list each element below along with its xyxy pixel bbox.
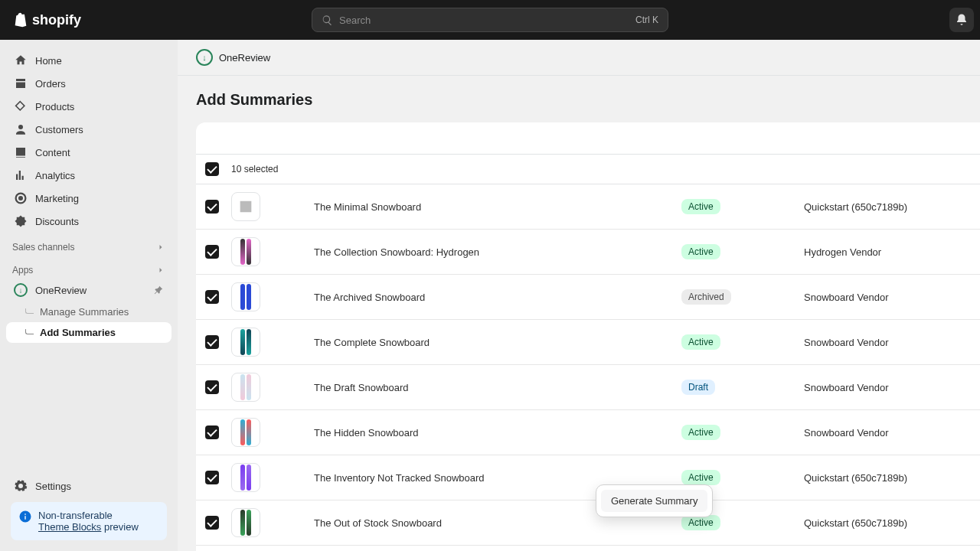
vendor-name: Snowboard Vendor: [804, 292, 889, 303]
products-icon: [14, 99, 28, 113]
app-onereview[interactable]: OneReview: [6, 279, 172, 302]
product-name: The Hidden Snowboard: [314, 427, 681, 439]
nav-analytics[interactable]: Analytics: [6, 164, 172, 187]
status-badge: Draft: [681, 380, 715, 395]
status-badge: Archived: [681, 289, 731, 305]
row-checkbox[interactable]: [205, 471, 219, 484]
theme-blocks-link[interactable]: Theme Blocks: [38, 521, 101, 533]
customers-icon: [14, 122, 28, 136]
page-title: Add Summaries: [178, 76, 980, 122]
row-checkbox[interactable]: [205, 335, 219, 349]
nav-settings[interactable]: Settings: [6, 474, 172, 497]
row-checkbox[interactable]: [205, 425, 219, 439]
orders-icon: [14, 77, 28, 90]
onereview-app-icon: [14, 283, 28, 297]
analytics-icon: [14, 168, 28, 182]
row-checkbox[interactable]: [205, 200, 219, 214]
bell-icon: [955, 13, 969, 27]
selected-count: 10 selected: [231, 164, 278, 174]
table-row[interactable]: The Archived SnowboardArchivedSnowboard …: [196, 275, 980, 320]
product-thumb: [231, 463, 260, 492]
sales-channels-header[interactable]: Sales channels: [0, 233, 178, 256]
gear-icon: [14, 479, 28, 493]
table-row[interactable]: The Out of Stock SnowboardActiveQuicksta…: [196, 500, 980, 546]
vendor-name: Hydrogen Vendor: [804, 246, 881, 258]
search-input[interactable]: [339, 15, 629, 26]
product-name: The Minimal Snowboard: [314, 201, 681, 213]
app-header: OneReview: [178, 40, 980, 76]
shopify-logo[interactable]: shopify: [12, 11, 81, 28]
product-thumb: [231, 192, 260, 221]
logo-text: shopify: [32, 12, 81, 28]
status-badge: Active: [681, 515, 720, 530]
row-checkbox[interactable]: [205, 380, 219, 394]
app-header-title: OneReview: [219, 52, 270, 64]
vendor-name: Quickstart (650c7189b): [804, 472, 907, 484]
product-name: The Inventory Not Tracked Snowboard: [314, 472, 681, 484]
vendor-name: Quickstart (650c7189b): [804, 201, 907, 213]
sub-add-summaries[interactable]: Add Summaries: [6, 322, 172, 343]
vendor-name: Quickstart (650c7189b): [804, 517, 907, 529]
select-all-checkbox[interactable]: [205, 162, 219, 176]
status-badge: Active: [681, 470, 720, 485]
search-kbd: Ctrl K: [635, 15, 658, 25]
product-name: The Draft Snowboard: [314, 382, 681, 393]
chevron-right-icon: [156, 243, 165, 252]
product-thumb: [231, 418, 260, 447]
table-row[interactable]: The Hidden SnowboardActiveSnowboard Vend…: [196, 410, 980, 455]
row-checkbox[interactable]: [205, 516, 219, 530]
search-box[interactable]: Ctrl K: [312, 8, 668, 32]
status-badge: Active: [681, 244, 720, 259]
notifications-button[interactable]: [949, 8, 974, 32]
product-name: The Complete Snowboard: [314, 337, 681, 348]
topbar: shopify Ctrl K: [0, 0, 980, 40]
chevron-right-icon: [156, 266, 165, 275]
table-row[interactable]: The Minimal SnowboardActiveQuickstart (6…: [196, 184, 980, 230]
marketing-icon: [14, 191, 28, 205]
home-icon: [14, 54, 28, 67]
sub-manage-summaries[interactable]: Manage Summaries: [6, 302, 172, 322]
nav-home[interactable]: Home: [6, 49, 172, 72]
card-tabs: [196, 122, 980, 155]
nav-products[interactable]: Products: [6, 95, 172, 118]
nav-customers[interactable]: Customers: [6, 118, 172, 141]
search-icon: [322, 15, 333, 26]
floating-action: Generate Summary: [596, 484, 713, 517]
pin-icon[interactable]: [153, 285, 164, 295]
product-name: The Collection Snowboard: Hydrogen: [314, 246, 681, 258]
preview-notice: Non-transferable Theme Blocks preview: [11, 502, 167, 540]
apps-header[interactable]: Apps: [0, 256, 178, 279]
product-thumb: [231, 508, 260, 537]
table-header: 10 selected: [196, 155, 980, 184]
product-thumb: [231, 237, 260, 266]
vendor-name: Snowboard Vendor: [804, 427, 889, 439]
image-placeholder-icon: [237, 198, 254, 215]
nav-discounts[interactable]: Discounts: [6, 210, 172, 233]
status-badge: Active: [681, 199, 720, 214]
row-checkbox[interactable]: [205, 245, 219, 259]
status-badge: Active: [681, 334, 720, 350]
product-thumb: [231, 282, 260, 311]
table-row[interactable]: Gift CardActiveSnowboard Vendor: [196, 546, 980, 551]
nav-orders[interactable]: Orders: [6, 72, 172, 95]
product-thumb: [231, 328, 260, 357]
table-row[interactable]: The Inventory Not Tracked SnowboardActiv…: [196, 455, 980, 500]
info-icon: [18, 510, 32, 523]
vendor-name: Snowboard Vendor: [804, 382, 889, 393]
nav-content[interactable]: Content: [6, 141, 172, 164]
table-row[interactable]: The Complete SnowboardActiveSnowboard Ve…: [196, 320, 980, 365]
table-row[interactable]: The Draft SnowboardDraftSnowboard Vendor: [196, 365, 980, 410]
row-checkbox[interactable]: [205, 290, 219, 304]
generate-summary-button[interactable]: Generate Summary: [601, 490, 707, 512]
product-thumb: [231, 373, 260, 402]
table-row[interactable]: The Collection Snowboard: HydrogenActive…: [196, 230, 980, 275]
discounts-icon: [14, 214, 28, 228]
product-name: The Archived Snowboard: [314, 292, 681, 303]
onereview-app-icon: [196, 49, 213, 66]
nav-marketing[interactable]: Marketing: [6, 187, 172, 210]
vendor-name: Snowboard Vendor: [804, 337, 889, 348]
content-icon: [14, 145, 28, 159]
product-name: The Out of Stock Snowboard: [314, 517, 681, 529]
status-badge: Active: [681, 425, 720, 440]
main-content: OneReview Add Summaries 10 selected The …: [178, 40, 980, 551]
